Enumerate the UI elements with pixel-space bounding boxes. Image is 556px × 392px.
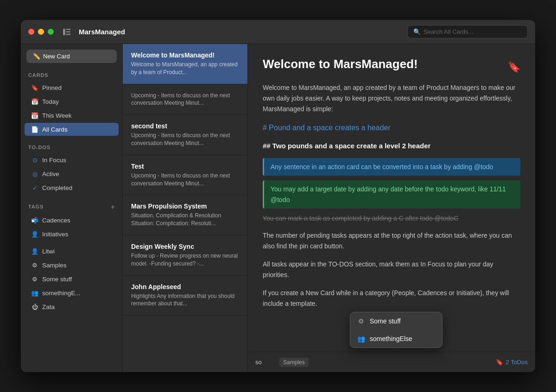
app-title: MarsManaged [79,28,125,36]
sidebar-item-something-else[interactable]: 👥 somethingE... [25,286,119,299]
detail-highlight-blue: Any sentence in an action card can be co… [263,158,520,176]
detail-header-2: ## Two pounds and a space create a level… [263,140,520,152]
autocomplete-item-something-else[interactable]: 👥 somethingElse [350,330,442,348]
card-item-john-appleseed[interactable]: John Appleseed Highlights Any informatio… [123,276,247,316]
card-item-welcome[interactable]: Welcome to MarsManaged! Welcome to MarsM… [123,44,247,84]
detail-title: Welcome to MarsManaged! [263,57,418,71]
tags-section-row: TAGS + [21,201,122,213]
sidebar-item-zata[interactable]: ⏻ Zata [25,300,119,313]
sidebar: ✏️ New Card CARDS 🔖 Pinned 📅 Today 📆 Thi… [21,44,123,372]
detail-paragraph-4: If you create a New Card while in a cate… [263,288,520,309]
sidebar-item-all-cards[interactable]: 📄 All Cards [25,123,119,136]
cards-section-label: CARDS [21,70,122,80]
sidebar-item-today[interactable]: 📅 Today [25,95,119,108]
card-item-mars-propulsion[interactable]: Mars Propulsion System Situation, Compli… [123,195,247,235]
title-bar-center: MarsManaged [59,25,402,39]
sidebar-item-completed[interactable]: ✓ Completed [25,181,119,194]
detail-strikethrough: You can mark a task as completed by addi… [263,213,520,223]
detail-content: Welcome to MarsManaged! 🔖 Welcome to Mar… [248,44,535,352]
sidebar-item-litwi[interactable]: 👤 Litwi [25,245,119,258]
tag-label-samples: Samples [283,359,305,366]
traffic-lights [28,29,54,35]
autocomplete-dropdown: ⚙ Some stuff 👥 somethingElse [350,312,442,348]
sidebar-item-samples[interactable]: ⚙ Samples [25,259,119,272]
something-else-dropdown-icon: 👥 [357,335,365,343]
detail-footer: Samples 🔖 2 ToDos [248,352,535,372]
svg-rect-3 [66,34,70,35]
some-stuff-icon: ⚙ [31,275,38,283]
plus-icon: ✏️ [33,53,40,60]
svg-rect-2 [66,31,70,32]
search-bar[interactable]: 🔍 Search All Cards... [407,25,528,38]
initiatives-icon: 👤 [31,230,38,238]
card-item-upcoming[interactable]: Upcoming - Items to discuss on the next … [123,84,247,115]
calendar-week-icon: 📆 [31,112,38,119]
something-else-icon: 👥 [31,289,38,297]
sidebar-item-some-stuff[interactable]: ⚙ Some stuff [25,272,119,285]
litwi-icon: 👤 [31,247,38,255]
app-window: MarsManaged 🔍 Search All Cards... ✏️ New… [21,20,535,372]
pin-icon: 🔖 [508,59,520,75]
footer-todos[interactable]: 🔖 2 ToDos [496,359,528,366]
some-stuff-dropdown-icon: ⚙ [357,317,365,325]
sidebar-item-pinned[interactable]: 🔖 Pinned [25,81,119,94]
todos-pin-icon: 🔖 [496,359,503,366]
detail-highlight-green: You may add a target date by adding any … [263,180,520,209]
minimize-button[interactable] [38,29,44,35]
footer-tag-samples[interactable]: Samples [279,358,309,367]
zata-icon: ⏻ [31,303,38,310]
bookmark-icon: 🔖 [31,84,38,91]
svg-rect-1 [66,29,70,30]
detail-paragraph-1: Welcome to MarsManaged, an app created b… [263,82,520,114]
new-card-button[interactable]: ✏️ New Card [26,50,117,63]
search-icon: 🔍 [413,28,421,35]
sidebar-item-active[interactable]: ◎ Active [25,167,119,180]
sidebar-toggle-button[interactable] [59,25,74,39]
detail-view: Welcome to MarsManaged! 🔖 Welcome to Mar… [248,44,535,372]
document-icon: 📄 [31,126,38,133]
in-focus-icon: ⊙ [31,156,38,164]
detail-title-row: Welcome to MarsManaged! 🔖 [263,57,520,75]
footer-input[interactable] [255,359,274,366]
completed-icon: ✓ [31,184,38,191]
maximize-button[interactable] [48,29,54,35]
tags-section-label: TAGS [28,204,44,209]
add-tag-button[interactable]: + [111,203,115,211]
search-placeholder: Search All Cards... [423,28,474,35]
detail-paragraph-3: All tasks appear in the TO-DOS section, … [263,259,520,280]
close-button[interactable] [28,29,34,35]
detail-paragraph-2: The number of pending tasks appears at t… [263,230,520,252]
sidebar-item-cadences[interactable]: 📬 Cadences [25,214,119,227]
card-item-second-test[interactable]: second test Upcoming - Items to discuss … [123,115,247,155]
svg-rect-0 [63,29,65,35]
todos-section-label: TO-DOS [21,143,122,152]
detail-header-1: # Pound and a space creates a header [263,122,520,134]
card-item-test[interactable]: Test Upcoming - Items to discuss on the … [123,155,247,196]
active-icon: ◎ [31,170,38,177]
cadences-icon: 📬 [31,216,38,224]
sidebar-item-in-focus[interactable]: ⊙ In Focus [25,153,119,166]
autocomplete-item-some-stuff[interactable]: ⚙ Some stuff [350,312,442,330]
todos-count-label: 2 ToDos [506,359,528,366]
main-content: ✏️ New Card CARDS 🔖 Pinned 📅 Today 📆 Thi… [21,44,535,372]
title-bar: MarsManaged 🔍 Search All Cards... [21,20,535,44]
calendar-icon: 📅 [31,98,38,105]
sidebar-item-this-week[interactable]: 📆 This Week [25,109,119,122]
card-item-design-weekly[interactable]: Design Weekly Sync Follow up - Review pr… [123,235,247,276]
sidebar-item-initiatives[interactable]: 👤 Initiatives [25,228,119,240]
samples-icon: ⚙ [31,261,38,269]
cards-list: Welcome to MarsManaged! Welcome to MarsM… [123,44,248,372]
